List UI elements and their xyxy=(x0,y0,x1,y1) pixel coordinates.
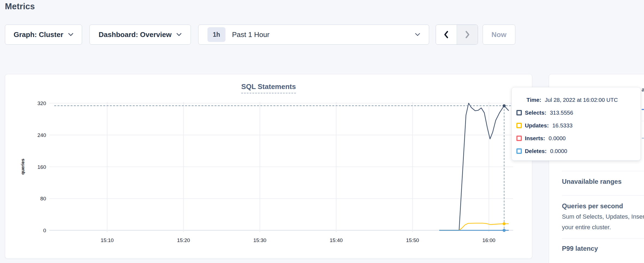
y-tick-label: 0 xyxy=(43,228,46,233)
sidebar-item-description: Sum of Selects, Updates, Inser xyxy=(562,213,644,220)
sql-statements-chart-card: 08016024032015:1015:2015:3015:4015:5016:… xyxy=(5,74,532,259)
sql-statements-chart[interactable]: 08016024032015:1015:2015:3015:4015:5016:… xyxy=(5,74,532,259)
series-line-updates xyxy=(439,223,509,230)
y-axis-label: queries xyxy=(20,159,25,175)
sidebar-item-p99-latency: P99 latency xyxy=(562,245,598,252)
chevron-down-icon xyxy=(176,33,182,36)
tooltip-series-label: Deletes: xyxy=(525,148,547,154)
series-swatch-icon xyxy=(516,148,522,154)
sidebar-divider xyxy=(562,195,644,196)
sidebar-divider xyxy=(562,171,644,171)
clipped-content-fragment xyxy=(642,109,644,110)
sidebar-item-queries-per-second: Queries per second xyxy=(562,202,623,210)
tooltip-series-label: Inserts: xyxy=(525,135,545,142)
hover-dot-selects xyxy=(503,104,506,107)
tooltip-series-row: Updates:16.5333 xyxy=(516,122,635,129)
y-tick-label: 320 xyxy=(37,100,46,106)
series-swatch-icon xyxy=(516,110,522,115)
tooltip-series-label: Selects: xyxy=(525,109,546,116)
x-tick-label: 15:50 xyxy=(406,237,419,243)
page-title: Metrics xyxy=(5,2,35,11)
tooltip-time-row: Time: Jul 28, 2022 at 16:02:00 UTC xyxy=(516,96,635,104)
x-tick-label: 15:20 xyxy=(177,237,190,243)
dashboard-dropdown-label: Dashboard: Overview xyxy=(99,30,171,39)
time-range-badge: 1h xyxy=(207,27,225,42)
tooltip-series-value: 0.0000 xyxy=(550,148,567,154)
dashboard-dropdown[interactable]: Dashboard: Overview xyxy=(89,25,191,45)
time-range-selector[interactable]: 1h Past 1 Hour xyxy=(198,25,429,45)
tooltip-time-label: Time: xyxy=(526,97,541,103)
hover-dot-deletes xyxy=(503,229,506,232)
tooltip-series-value: 16.5333 xyxy=(552,122,573,129)
x-tick-label: 15:40 xyxy=(330,237,343,243)
tooltip-series-label: Updates: xyxy=(525,122,549,129)
chevron-down-icon xyxy=(68,33,73,36)
y-tick-label: 160 xyxy=(37,164,46,170)
clipped-content-fragment xyxy=(642,138,644,139)
y-tick-label: 240 xyxy=(37,132,46,138)
next-range-button[interactable] xyxy=(457,25,478,44)
sidebar-divider xyxy=(562,238,644,239)
now-button[interactable]: Now xyxy=(483,25,515,45)
chart-hover-tooltip: Time: Jul 28, 2022 at 16:02:00 UTC Selec… xyxy=(511,87,641,161)
chart-title[interactable]: SQL Statements xyxy=(241,82,296,93)
series-swatch-icon xyxy=(516,123,522,128)
series-swatch-icon xyxy=(516,136,522,141)
chevron-left-icon xyxy=(443,30,449,39)
tooltip-series-value: 0.0000 xyxy=(549,135,566,142)
tooltip-series-row: Deletes:0.0000 xyxy=(516,147,635,155)
clipped-content-fragment xyxy=(641,121,644,121)
chevron-right-icon xyxy=(464,30,470,39)
time-range-label: Past 1 Hour xyxy=(232,30,269,39)
y-tick-label: 80 xyxy=(40,196,46,201)
clipped-content-fragment: a xyxy=(642,86,644,93)
sidebar-item-unavailable-ranges: Unavailable ranges xyxy=(562,178,622,185)
tooltip-series-value: 313.5556 xyxy=(550,109,573,116)
tooltip-series-row: Selects:313.5556 xyxy=(516,109,635,117)
chevron-down-icon xyxy=(415,33,420,36)
prev-range-button[interactable] xyxy=(436,25,457,44)
graph-dropdown-label: Graph: Cluster xyxy=(14,30,63,39)
x-tick-label: 15:10 xyxy=(101,237,114,243)
sidebar-item-description: your entire cluster. xyxy=(562,224,611,231)
graph-dropdown[interactable]: Graph: Cluster xyxy=(5,25,82,45)
x-tick-label: 16:00 xyxy=(482,237,495,243)
hover-dot-updates xyxy=(503,222,506,225)
tooltip-time-value: Jul 28, 2022 at 16:02:00 UTC xyxy=(545,97,618,103)
x-tick-label: 15:30 xyxy=(253,237,266,243)
tooltip-series-row: Inserts:0.0000 xyxy=(516,134,635,142)
time-pager xyxy=(436,25,478,45)
